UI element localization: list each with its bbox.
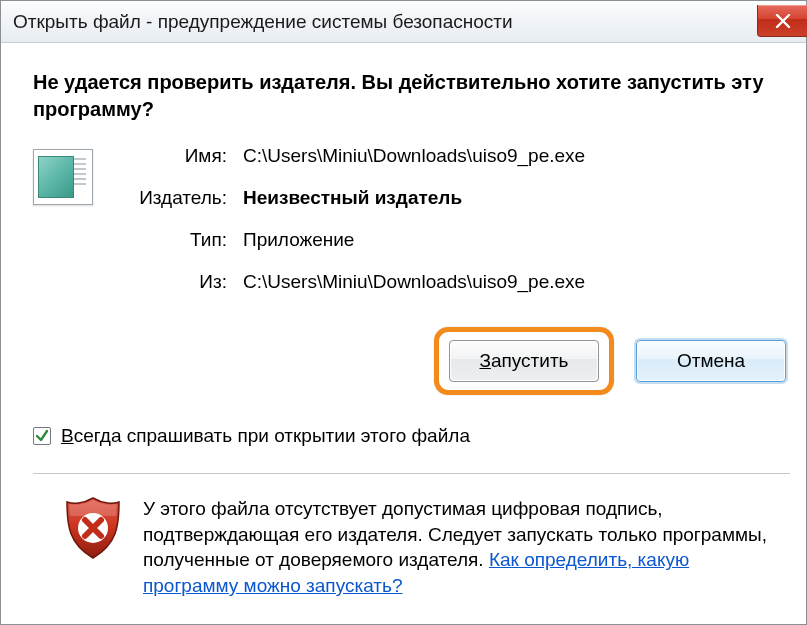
file-info: Имя: C:\Users\Miniu\Downloads\uiso9_pe.e…: [33, 145, 790, 293]
always-ask-checkbox[interactable]: [33, 427, 51, 445]
close-button[interactable]: [757, 5, 807, 37]
run-button-highlight: Запустить: [434, 327, 614, 395]
action-buttons: Запустить Отмена: [33, 327, 790, 395]
name-value: C:\Users\Miniu\Downloads\uiso9_pe.exe: [243, 145, 585, 167]
warning-heading: Не удается проверить издателя. Вы действ…: [33, 69, 773, 123]
name-label: Имя:: [123, 145, 243, 167]
publisher-value: Неизвестный издатель: [243, 187, 462, 209]
always-ask-row: Всегда спрашивать при открытии этого фай…: [33, 425, 790, 447]
from-label: Из:: [123, 271, 243, 293]
footer-warning: У этого файла отсутствует допустимая циф…: [33, 474, 790, 599]
footer-text: У этого файла отсутствует допустимая циф…: [143, 496, 770, 599]
check-icon: [35, 429, 49, 443]
titlebar: Открыть файл - предупреждение системы бе…: [1, 1, 806, 43]
shield-warning-icon: [63, 496, 123, 562]
from-value: C:\Users\Miniu\Downloads\uiso9_pe.exe: [243, 271, 585, 293]
close-icon: [775, 14, 791, 28]
cancel-button[interactable]: Отмена: [636, 340, 786, 382]
run-button[interactable]: Запустить: [449, 340, 599, 382]
client-area: Не удается проверить издателя. Вы действ…: [1, 43, 806, 599]
security-warning-dialog: Открыть файл - предупреждение системы бе…: [0, 0, 807, 625]
file-type-icon: [33, 149, 93, 205]
always-ask-label: Всегда спрашивать при открытии этого фай…: [61, 425, 470, 447]
publisher-label: Издатель:: [123, 187, 243, 209]
type-label: Тип:: [123, 229, 243, 251]
window-title: Открыть файл - предупреждение системы бе…: [13, 11, 513, 33]
type-value: Приложение: [243, 229, 354, 251]
